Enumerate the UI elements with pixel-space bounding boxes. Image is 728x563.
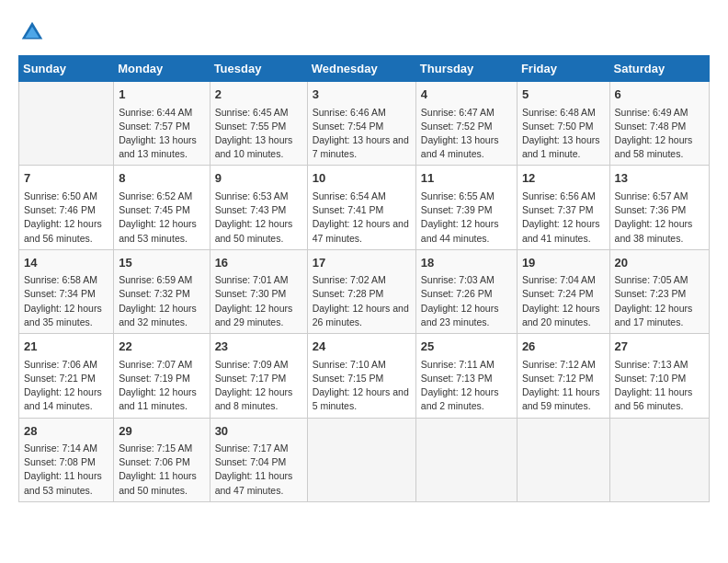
sunrise: Sunrise: 7:13 AM bbox=[615, 359, 688, 370]
sunrise: Sunrise: 6:45 AM bbox=[215, 107, 289, 118]
sunrise: Sunrise: 6:54 AM bbox=[313, 190, 386, 201]
sunrise: Sunrise: 7:12 AM bbox=[522, 359, 596, 370]
day-number: 12 bbox=[522, 169, 605, 188]
sunset: Sunset: 7:15 PM bbox=[313, 373, 384, 384]
day-number: 11 bbox=[421, 169, 512, 188]
day-number: 3 bbox=[313, 86, 411, 104]
calendar-week-3: 14Sunrise: 6:58 AMSunset: 7:34 PMDayligh… bbox=[19, 249, 710, 333]
sunset: Sunset: 7:55 PM bbox=[215, 121, 287, 132]
day-info: Sunrise: 7:12 AMSunset: 7:12 PMDaylight:… bbox=[522, 358, 605, 414]
sunrise: Sunrise: 6:56 AM bbox=[522, 190, 596, 201]
calendar-cell: 20Sunrise: 7:05 AMSunset: 7:23 PMDayligh… bbox=[609, 249, 709, 333]
day-number: 10 bbox=[313, 169, 411, 188]
sunset: Sunset: 7:39 PM bbox=[421, 204, 493, 215]
sunrise: Sunrise: 6:53 AM bbox=[215, 190, 289, 201]
sunrise: Sunrise: 7:14 AM bbox=[24, 442, 97, 454]
calendar-cell: 28Sunrise: 7:14 AMSunset: 7:08 PMDayligh… bbox=[19, 418, 114, 501]
day-info: Sunrise: 7:05 AMSunset: 7:23 PMDaylight:… bbox=[615, 273, 704, 329]
day-number: 15 bbox=[119, 254, 204, 272]
calendar-cell bbox=[19, 82, 114, 166]
daylight-hours: Daylight: 13 hours and 10 minutes. bbox=[215, 134, 293, 159]
day-number: 30 bbox=[215, 422, 302, 441]
header-tuesday: Tuesday bbox=[210, 56, 307, 82]
calendar-cell bbox=[609, 418, 709, 501]
sunset: Sunset: 7:30 PM bbox=[215, 288, 287, 299]
daylight-hours: Daylight: 11 hours and 59 minutes. bbox=[522, 386, 600, 411]
day-info: Sunrise: 7:15 AMSunset: 7:06 PMDaylight:… bbox=[119, 442, 204, 498]
daylight-hours: Daylight: 12 hours and 58 minutes. bbox=[615, 134, 693, 159]
day-info: Sunrise: 7:02 AMSunset: 7:28 PMDaylight:… bbox=[313, 273, 411, 329]
daylight-hours: Daylight: 13 hours and 13 minutes. bbox=[119, 134, 197, 159]
sunset: Sunset: 7:10 PM bbox=[615, 373, 687, 384]
sunrise: Sunrise: 7:03 AM bbox=[421, 274, 495, 285]
day-info: Sunrise: 6:47 AMSunset: 7:52 PMDaylight:… bbox=[421, 106, 512, 162]
day-number: 5 bbox=[522, 86, 605, 104]
header-monday: Monday bbox=[114, 56, 210, 82]
calendar-cell bbox=[307, 418, 415, 501]
daylight-hours: Daylight: 12 hours and 38 minutes. bbox=[615, 218, 693, 243]
day-number: 26 bbox=[522, 338, 605, 356]
sunrise: Sunrise: 6:50 AM bbox=[24, 190, 97, 201]
sunset: Sunset: 7:08 PM bbox=[24, 456, 96, 467]
daylight-hours: Daylight: 12 hours and 50 minutes. bbox=[215, 218, 293, 243]
calendar-cell: 1Sunrise: 6:44 AMSunset: 7:57 PMDaylight… bbox=[114, 82, 210, 166]
calendar-cell: 21Sunrise: 7:06 AMSunset: 7:21 PMDayligh… bbox=[19, 334, 114, 418]
calendar-cell: 16Sunrise: 7:01 AMSunset: 7:30 PMDayligh… bbox=[210, 249, 307, 333]
logo-icon bbox=[18, 18, 46, 46]
sunset: Sunset: 7:36 PM bbox=[615, 204, 687, 215]
calendar-cell: 5Sunrise: 6:48 AMSunset: 7:50 PMDaylight… bbox=[517, 82, 609, 166]
sunset: Sunset: 7:43 PM bbox=[215, 204, 287, 215]
calendar-cell: 15Sunrise: 6:59 AMSunset: 7:32 PMDayligh… bbox=[114, 249, 210, 333]
daylight-hours: Daylight: 13 hours and 4 minutes. bbox=[421, 134, 499, 159]
sunrise: Sunrise: 7:01 AM bbox=[215, 274, 289, 285]
sunrise: Sunrise: 7:06 AM bbox=[24, 359, 97, 370]
daylight-hours: Daylight: 12 hours and 23 minutes. bbox=[421, 303, 499, 327]
sunrise: Sunrise: 6:52 AM bbox=[119, 190, 192, 201]
calendar-cell: 13Sunrise: 6:57 AMSunset: 7:36 PMDayligh… bbox=[609, 166, 709, 249]
sunset: Sunset: 7:17 PM bbox=[215, 373, 287, 384]
calendar-cell: 17Sunrise: 7:02 AMSunset: 7:28 PMDayligh… bbox=[307, 249, 415, 333]
calendar-cell: 10Sunrise: 6:54 AMSunset: 7:41 PMDayligh… bbox=[307, 166, 415, 249]
sunrise: Sunrise: 7:10 AM bbox=[313, 359, 386, 370]
day-info: Sunrise: 6:55 AMSunset: 7:39 PMDaylight:… bbox=[421, 190, 512, 246]
sunset: Sunset: 7:21 PM bbox=[24, 373, 96, 384]
sunset: Sunset: 7:37 PM bbox=[522, 204, 594, 215]
sunset: Sunset: 7:46 PM bbox=[24, 204, 96, 215]
daylight-hours: Daylight: 12 hours and 53 minutes. bbox=[119, 218, 197, 243]
day-info: Sunrise: 6:59 AMSunset: 7:32 PMDaylight:… bbox=[119, 273, 204, 329]
calendar-cell: 22Sunrise: 7:07 AMSunset: 7:19 PMDayligh… bbox=[114, 334, 210, 418]
day-number: 2 bbox=[215, 86, 302, 104]
sunset: Sunset: 7:28 PM bbox=[313, 288, 384, 299]
day-info: Sunrise: 7:14 AMSunset: 7:08 PMDaylight:… bbox=[24, 442, 108, 498]
day-number: 1 bbox=[119, 86, 204, 104]
daylight-hours: Daylight: 13 hours and 7 minutes. bbox=[313, 134, 409, 159]
header-wednesday: Wednesday bbox=[307, 56, 415, 82]
day-number: 16 bbox=[215, 254, 302, 272]
sunrise: Sunrise: 6:55 AM bbox=[421, 190, 495, 201]
sunset: Sunset: 7:41 PM bbox=[313, 204, 384, 215]
day-info: Sunrise: 7:10 AMSunset: 7:15 PMDaylight:… bbox=[313, 358, 411, 414]
day-number: 25 bbox=[421, 338, 512, 356]
sunrise: Sunrise: 7:07 AM bbox=[119, 359, 192, 370]
sunset: Sunset: 7:24 PM bbox=[522, 288, 594, 299]
day-number: 27 bbox=[615, 338, 704, 356]
calendar-cell: 3Sunrise: 6:46 AMSunset: 7:54 PMDaylight… bbox=[307, 82, 415, 166]
day-info: Sunrise: 7:04 AMSunset: 7:24 PMDaylight:… bbox=[522, 273, 605, 329]
day-info: Sunrise: 6:44 AMSunset: 7:57 PMDaylight:… bbox=[119, 106, 204, 162]
day-number: 7 bbox=[24, 169, 108, 188]
sunset: Sunset: 7:06 PM bbox=[119, 456, 190, 467]
day-info: Sunrise: 7:06 AMSunset: 7:21 PMDaylight:… bbox=[24, 358, 108, 414]
calendar-header-row: SundayMondayTuesdayWednesdayThursdayFrid… bbox=[19, 56, 710, 82]
day-number: 8 bbox=[119, 169, 204, 188]
sunrise: Sunrise: 6:49 AM bbox=[615, 107, 688, 118]
sunset: Sunset: 7:04 PM bbox=[215, 456, 287, 467]
day-info: Sunrise: 6:54 AMSunset: 7:41 PMDaylight:… bbox=[313, 190, 411, 246]
day-number: 24 bbox=[313, 338, 411, 356]
day-info: Sunrise: 6:48 AMSunset: 7:50 PMDaylight:… bbox=[522, 106, 605, 162]
calendar-week-4: 21Sunrise: 7:06 AMSunset: 7:21 PMDayligh… bbox=[19, 334, 710, 418]
day-number: 28 bbox=[24, 422, 108, 441]
daylight-hours: Daylight: 12 hours and 14 minutes. bbox=[24, 386, 102, 411]
sunset: Sunset: 7:34 PM bbox=[24, 288, 96, 299]
day-info: Sunrise: 6:53 AMSunset: 7:43 PMDaylight:… bbox=[215, 190, 302, 246]
daylight-hours: Daylight: 12 hours and 41 minutes. bbox=[522, 218, 600, 243]
